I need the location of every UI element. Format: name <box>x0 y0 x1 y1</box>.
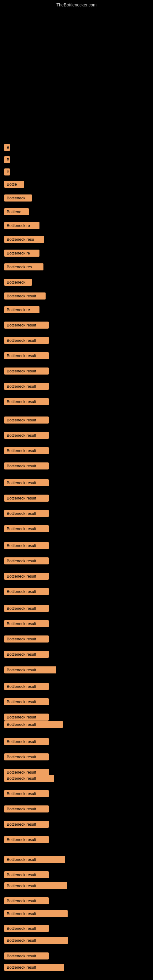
bottleneck-result-item-21: Bottleneck result <box>4 432 49 439</box>
bottleneck-result-item-13: Bottleneck re <box>4 306 40 313</box>
bottleneck-result-item-49: Bottleneck result <box>4 856 65 863</box>
bottleneck-result-item-19: Bottleneck result <box>4 398 49 405</box>
bottleneck-result-item-1: B <box>4 144 10 151</box>
bottleneck-result-item-3: B <box>4 169 10 175</box>
bottleneck-result-item-54: Bottleneck result <box>4 925 49 932</box>
bottleneck-result-item-29: Bottleneck result <box>4 557 49 565</box>
bottleneck-result-item-5: Bottleneck <box>4 194 32 202</box>
bottleneck-result-item-46: Bottleneck result <box>4 805 49 813</box>
bottleneck-result-item-37: Bottleneck result <box>4 683 49 690</box>
bottleneck-result-item-48: Bottleneck result <box>4 836 49 843</box>
bottleneck-result-item-7: Bottleneck re <box>4 222 40 229</box>
bottleneck-result-item-26: Bottleneck result <box>4 510 49 517</box>
bottleneck-result-item-35: Bottleneck result <box>4 651 49 658</box>
bottleneck-result-item-33: Bottleneck result <box>4 620 49 627</box>
bottleneck-result-item-41: Bottleneck result <box>4 738 49 745</box>
bottleneck-result-item-40: Bottleneck result <box>4 721 63 728</box>
bottleneck-result-item-20: Bottleneck result <box>4 417 49 423</box>
bottleneck-result-item-15: Bottleneck result <box>4 337 49 344</box>
bottleneck-result-item-34: Bottleneck result <box>4 635 49 643</box>
bottleneck-result-item-57: Bottleneck result <box>4 964 64 971</box>
bottleneck-result-item-10: Bottleneck res <box>4 263 43 270</box>
bottleneck-result-item-23: Bottleneck result <box>4 463 49 469</box>
bottleneck-result-item-36: Bottleneck result <box>4 667 56 673</box>
bottleneck-result-item-8: Bottleneck resu <box>4 236 44 243</box>
bottleneck-result-item-9: Bottleneck re <box>4 250 40 257</box>
bottleneck-result-item-16: Bottleneck result <box>4 352 49 359</box>
bottleneck-result-item-53: Bottleneck result <box>4 910 68 917</box>
bottleneck-result-item-17: Bottleneck result <box>4 368 49 375</box>
bottleneck-result-item-14: Bottleneck result <box>4 321 49 329</box>
bottleneck-result-item-25: Bottleneck result <box>4 495 49 502</box>
bottleneck-result-item-47: Bottleneck result <box>4 821 49 828</box>
bottleneck-result-item-52: Bottleneck result <box>4 897 49 904</box>
bottleneck-result-item-44: Bottleneck result <box>4 775 54 782</box>
bottleneck-result-item-4: Bottle <box>4 181 24 188</box>
bottleneck-result-item-22: Bottleneck result <box>4 447 49 454</box>
bottleneck-result-item-38: Bottleneck result <box>4 698 49 705</box>
bottleneck-result-item-45: Bottleneck result <box>4 790 49 797</box>
bottleneck-result-item-18: Bottleneck result <box>4 383 49 390</box>
bottleneck-result-item-39: Bottleneck result <box>4 714 49 721</box>
bottleneck-result-item-56: Bottleneck result <box>4 953 49 959</box>
bottleneck-result-item-51: Bottleneck result <box>4 882 67 889</box>
bottleneck-result-item-30: Bottleneck result <box>4 573 49 580</box>
bottleneck-result-item-32: Bottleneck result <box>4 605 49 612</box>
bottleneck-result-item-55: Bottleneck result <box>4 937 68 944</box>
bottleneck-result-item-24: Bottleneck result <box>4 479 49 486</box>
bottleneck-result-item-42: Bottleneck result <box>4 753 49 760</box>
bottleneck-result-item-12: Bottleneck result <box>4 293 46 299</box>
bottleneck-result-item-2: B <box>4 156 10 163</box>
bottleneck-result-item-50: Bottleneck result <box>4 871 49 878</box>
bottleneck-result-item-31: Bottleneck result <box>4 588 49 595</box>
bottleneck-result-item-6: Bottlene <box>4 208 29 215</box>
bottleneck-result-item-28: Bottleneck result <box>4 542 49 549</box>
site-title: TheBottlenecker.com <box>56 2 97 7</box>
bottleneck-result-item-11: Bottleneck <box>4 279 32 286</box>
bottleneck-result-item-27: Bottleneck result <box>4 525 49 532</box>
